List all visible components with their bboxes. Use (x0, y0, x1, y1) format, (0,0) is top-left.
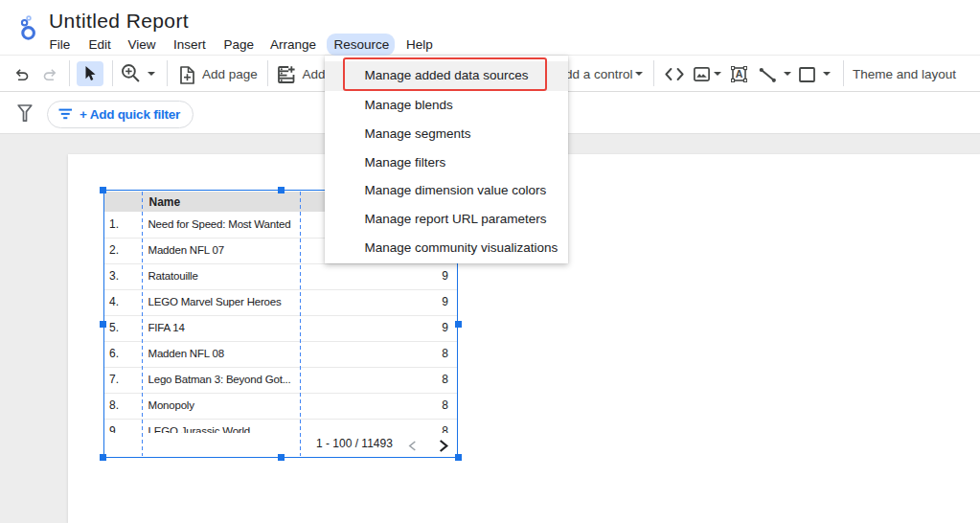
svg-text:A: A (736, 68, 743, 80)
